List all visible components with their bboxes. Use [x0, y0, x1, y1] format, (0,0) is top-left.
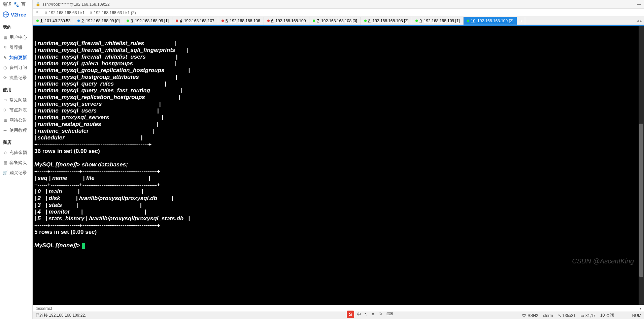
tab-nav-left-icon[interactable]: ◂ — [637, 19, 639, 23]
session-tab-7[interactable]: 7 192.168.168.108 [0] — [309, 17, 361, 25]
session-tab-6[interactable]: 6 192.168.168.100 — [264, 17, 310, 25]
nav-shop: ◇充值余额▦套餐购买🛒购买记录 — [0, 148, 32, 178]
terminal[interactable]: | runtime_mysql_firewall_whitelist_rules… — [33, 26, 644, 305]
sidebar-item-label: 流量记录 — [9, 75, 27, 81]
sidebar-item-use-0[interactable]: ▭常见问题 — [0, 95, 32, 105]
sidebar-item-use-2[interactable]: ▦网站公告 — [0, 115, 32, 125]
status-dot-icon — [176, 20, 178, 22]
scrollbar-thumb[interactable] — [639, 124, 643, 277]
session-tab-10[interactable]: 10 192.168.168.109 [2] — [464, 17, 517, 25]
sidebar-item-use-3[interactable]: ↦使用教程 — [0, 125, 32, 135]
terminal-line: | runtime_mysql_galera_hostgroups | — [34, 60, 643, 67]
sidebar-item-mine-2[interactable]: ✎如何更新 — [0, 53, 32, 63]
status-term: xterm — [543, 313, 553, 318]
terminal-line: | runtime_mysql_replication_hostgroups | — [34, 94, 643, 101]
terminal-scrollbar[interactable] — [639, 26, 644, 305]
tab-nav-right-icon[interactable]: ▸ — [640, 19, 642, 23]
section-shop: 商店 — [0, 135, 32, 148]
status-dot-icon — [313, 20, 315, 22]
sidebar-item-icon: ▦ — [3, 35, 7, 40]
tab-nav-arrows: ◂▸ — [635, 17, 644, 25]
tab-number: 2 — [81, 19, 84, 23]
tab-number: 7 — [317, 19, 319, 23]
bookmark-0[interactable]: ⚐ — [35, 10, 40, 15]
translate-link[interactable]: 翻译 — [3, 1, 11, 7]
status-dot-icon — [364, 20, 367, 22]
tab-label: 192.168.168.107 — [184, 19, 214, 23]
input-dropdown-icon[interactable]: ▾ — [640, 307, 641, 310]
sidebar-item-use-1[interactable]: ✈节点列表 — [0, 105, 32, 115]
tab-number: 8 — [368, 19, 371, 23]
ime-toolbar: S 中•,☻⛭⌨ — [347, 311, 393, 318]
session-tab-5[interactable]: 5 192.168.168.106 — [218, 17, 264, 25]
ime-item-1[interactable]: •, — [365, 311, 367, 317]
lock-icon: 🔒 — [36, 2, 40, 6]
sidebar-item-icon: 🛒 — [3, 170, 7, 175]
terminal-line: | 4 | monitor | | — [34, 209, 643, 215]
status-dot-icon — [467, 20, 469, 22]
baidu-link[interactable]: 百 — [21, 1, 26, 7]
nav-use: ▭常见问题✈节点列表▦网站公告↦使用教程 — [0, 95, 32, 135]
status-dot-icon — [267, 20, 270, 22]
bookmark-bar: ⚐🖥192.168.168.63-bk1🖥192.168.168.63-bk1 … — [33, 9, 644, 17]
terminal-line: | runtime_scheduler | — [34, 128, 643, 134]
session-tab-3[interactable]: 3 192.168.168.99 [1] — [123, 17, 172, 25]
sidebar-item-mine-1[interactable]: ⚲引荐赚 — [0, 42, 32, 53]
terminal-line: 36 rows in set (0.00 sec) — [34, 148, 643, 155]
terminal-line: | 5 | stats_history | /var/lib/proxysql/… — [34, 215, 643, 222]
ime-item-4[interactable]: ⌨ — [386, 311, 393, 317]
minimize-button[interactable]: — — [637, 2, 641, 7]
sidebar-item-label: 网站公告 — [9, 117, 27, 123]
ime-item-2[interactable]: ☻ — [371, 311, 375, 317]
sidebar-item-mine-0[interactable]: ▦用户中心 — [0, 32, 32, 42]
status-caps: NUM — [632, 313, 641, 318]
ime-item-3[interactable]: ⛭ — [379, 311, 383, 317]
ime-item-0[interactable]: 中 — [357, 311, 361, 317]
status-size: ⤡135x31 — [558, 313, 576, 318]
terminal-line: | 3 | stats | | — [34, 202, 643, 209]
terminal-line: | runtime_mysql_firewall_whitelist_sqli_… — [34, 47, 643, 54]
terminal-line: MySQL [(none)]> show databases; — [34, 161, 643, 168]
section-use: 使用 — [0, 83, 32, 95]
bookmark-label: 192.168.168.63-bk1 (2) — [94, 10, 136, 15]
sidebar-item-icon: ✈ — [3, 108, 7, 113]
sidebar-item-icon: ▭ — [3, 98, 7, 102]
command-input[interactable]: tesseract — [36, 306, 52, 311]
terminal-line: | runtime_mysql_hostgroup_attributes | — [34, 74, 643, 81]
session-tab-8[interactable]: 8 192.168.168.108 [2] — [361, 17, 412, 25]
bookmark-1[interactable]: 🖥192.168.168.63-bk1 — [44, 10, 85, 15]
sidebar-item-icon: ⚲ — [3, 45, 7, 50]
session-tab-9[interactable]: 9 192.168.168.109 [1] — [412, 17, 463, 25]
sidebar-item-mine-4[interactable]: ⟳流量记录 — [0, 73, 32, 83]
terminal-line: | runtime_mysql_firewall_whitelist_rules… — [34, 40, 643, 47]
session-tab-4[interactable]: 4 192.168.168.107 — [172, 17, 218, 25]
sidebar-item-shop-1[interactable]: ▦套餐购买 — [0, 158, 32, 168]
terminal-line: +---------------------------------------… — [34, 141, 643, 148]
terminal-line — [34, 235, 643, 242]
session-tab-2[interactable]: 2 192.168.168.99 [0] — [74, 17, 123, 25]
bookmark-icon: ⚐ — [35, 10, 38, 15]
bookmark-2[interactable]: 🖥192.168.168.63-bk1 (2) — [89, 10, 136, 15]
terminal-cursor — [82, 243, 85, 249]
sidebar-item-icon: ◷ — [3, 65, 7, 70]
sidebar-item-icon: ▦ — [3, 160, 7, 165]
sidebar-item-shop-2[interactable]: 🛒购买记录 — [0, 168, 32, 178]
site-logo[interactable]: V2free — [0, 9, 32, 20]
terminal-line: | runtime_mysql_firewall_whitelist_users… — [34, 54, 643, 60]
baidu-paw-icon[interactable]: 🐾 — [13, 2, 19, 7]
sidebar-item-mine-3[interactable]: ◷资料订阅 — [0, 63, 32, 73]
new-tab-button[interactable]: + — [517, 17, 525, 25]
ime-badge-icon[interactable]: S — [347, 311, 354, 318]
tab-label: 192.168.168.99 [1] — [135, 19, 169, 23]
bookmark-icon: 🖥 — [44, 11, 47, 15]
tab-label: 192.168.168.108 [2] — [372, 19, 408, 23]
tab-label: 192.168.168.109 [1] — [424, 19, 460, 23]
sidebar-item-shop-0[interactable]: ◇充值余额 — [0, 148, 32, 158]
browser-sidebar: 翻译 🐾 百 V2free 我的 ▦用户中心⚲引荐赚✎如何更新◷资料订阅⟳流量记… — [0, 0, 33, 319]
session-tab-1[interactable]: 1 101.43.230.53 — [33, 17, 74, 25]
terminal-line: | seq | name | file | — [34, 175, 643, 182]
tab-number: 10 — [471, 19, 475, 23]
terminal-line: +-----+---------------+-----------------… — [34, 182, 643, 188]
terminal-line: | 0 | main | | — [34, 188, 643, 195]
bookmark-label: 192.168.168.63-bk1 — [49, 10, 85, 15]
